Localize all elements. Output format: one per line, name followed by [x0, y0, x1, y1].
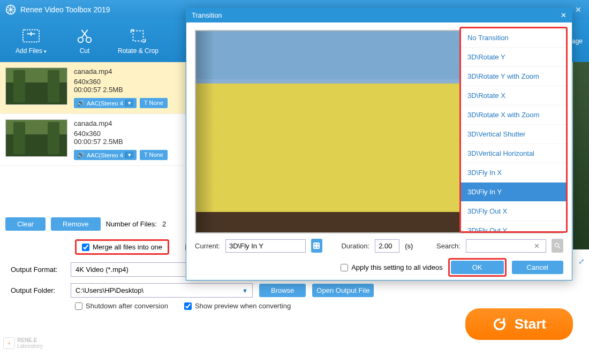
preview-checkbox[interactable] — [184, 302, 192, 310]
file-name: canada.mp4 — [74, 119, 168, 127]
chevron-down-icon: ▾ — [125, 100, 133, 107]
chevron-down-icon: ▼ — [242, 287, 248, 294]
file-meta: 00:00:57 2.5MB — [74, 86, 168, 94]
ok-button[interactable]: OK — [451, 261, 504, 274]
file-thumbnail — [5, 67, 67, 105]
transition-option[interactable]: 3D\Fly In X — [461, 163, 566, 183]
file-meta: 00:00:57 2.5MB — [74, 138, 168, 146]
output-folder-combo[interactable]: C:\Users\HP\Desktop\ ▼ — [71, 283, 253, 298]
svg-point-11 — [318, 246, 319, 248]
svg-rect-6 — [133, 31, 144, 41]
transition-option[interactable]: 3D\Rotate X with Zoom — [461, 105, 566, 125]
transition-option[interactable]: 3D\Fly Out Y — [461, 221, 566, 231]
transition-option[interactable]: 3D\Fly Out X — [461, 202, 566, 221]
refresh-icon — [492, 317, 507, 332]
speaker-icon: 🔊 — [77, 100, 85, 107]
remove-button[interactable]: Remove — [51, 217, 100, 231]
shutdown-checkbox[interactable] — [75, 302, 82, 310]
duration-unit: (s) — [405, 242, 413, 250]
svg-point-8 — [314, 244, 316, 245]
app-title: Renee Video Toolbox 2019 — [20, 5, 110, 14]
dialog-title: Transition — [192, 11, 222, 19]
file-name: canada.mp4 — [74, 67, 168, 75]
speaker-icon: 🔊 — [77, 151, 85, 158]
browse-button[interactable]: Browse — [259, 284, 306, 297]
transition-option[interactable]: 3D\Rotate Y — [461, 48, 566, 67]
transition-option[interactable]: 3D\Rotate X — [461, 86, 566, 105]
merge-checkbox[interactable] — [82, 244, 89, 251]
apply-all-label: Apply this setting to all videos — [351, 263, 443, 271]
expand-icon[interactable]: ⤢ — [578, 257, 585, 266]
app-logo-icon — [5, 4, 16, 15]
random-button[interactable] — [311, 239, 322, 253]
current-label: Current: — [195, 242, 220, 250]
watermark: + RENE.ELaboratory — [3, 337, 43, 349]
transition-list: No Transition3D\Rotate Y3D\Rotate Y with… — [459, 27, 568, 233]
start-button[interactable]: Start — [465, 308, 573, 340]
preview-label: Show preview when converting — [195, 302, 291, 310]
file-thumbnail — [5, 119, 67, 157]
transition-option[interactable]: No Transition — [461, 28, 566, 48]
transition-controls: Current: Duration: (s) Search: ✕ — [186, 233, 572, 258]
svg-point-10 — [314, 246, 316, 248]
merge-label: Merge all files into one — [93, 243, 162, 251]
open-output-button[interactable]: Open Output File — [312, 284, 374, 297]
audio-track-selector[interactable]: 🔊 AAC(Stereo 4 ▾ — [74, 98, 137, 108]
duration-input[interactable] — [375, 239, 399, 253]
chevron-down-icon: ▾ — [125, 151, 133, 158]
add-files-button[interactable]: Add Files▾ — [4, 27, 58, 55]
dialog-close-button[interactable]: ✕ — [561, 11, 567, 19]
clear-search-icon[interactable]: ✕ — [534, 242, 540, 250]
search-icon — [554, 242, 561, 249]
current-transition-input[interactable] — [225, 239, 306, 253]
search-button[interactable] — [552, 239, 563, 253]
transition-option[interactable]: 3D\Vertical Shutter — [461, 125, 566, 144]
transition-option[interactable]: 3D\Rotate Y with Zoom — [461, 67, 566, 86]
file-count: 2 — [162, 220, 166, 228]
cut-button[interactable]: Cut — [58, 27, 111, 55]
transition-dialog: Transition ✕ Current: Duration: (s) Sear… — [186, 7, 572, 280]
apply-all-checkbox[interactable] — [341, 264, 348, 271]
duration-label: Duration: — [341, 242, 369, 250]
audio-track-selector[interactable]: 🔊 AAC(Stereo 4 ▾ — [74, 150, 137, 160]
svg-line-13 — [558, 247, 561, 249]
rotate-crop-button[interactable]: Rotate & Crop — [111, 27, 165, 55]
merge-checkbox-highlight: Merge all files into one — [75, 239, 169, 255]
file-dimensions: 640x360 — [74, 78, 168, 86]
svg-point-12 — [555, 243, 558, 247]
subtitle-selector[interactable]: T None — [140, 150, 168, 160]
transition-option[interactable]: 3D\Fly In Y — [461, 183, 566, 202]
transition-option[interactable]: 3D\Vertical Horizontal — [461, 144, 566, 163]
cancel-button[interactable]: Cancel — [512, 261, 563, 274]
watermark-icon: + — [3, 337, 15, 349]
output-folder-label: Output Folder: — [11, 286, 64, 294]
dialog-titlebar: Transition ✕ — [186, 8, 572, 22]
text-icon: T — [144, 151, 148, 158]
output-format-label: Output Format: — [11, 266, 64, 274]
file-dimensions: 640x360 — [74, 130, 168, 138]
file-count-label: Number of Files: — [106, 220, 157, 228]
clear-button[interactable]: Clear — [5, 217, 46, 231]
svg-point-9 — [318, 244, 319, 245]
svg-point-5 — [86, 37, 91, 42]
svg-point-4 — [78, 37, 83, 42]
ok-button-highlight: OK — [448, 258, 507, 277]
preview-panel-edge — [573, 62, 589, 249]
subtitle-selector[interactable]: T None — [140, 98, 168, 108]
dice-icon — [312, 241, 321, 250]
search-label: Search: — [436, 242, 460, 250]
shutdown-label: Shutdown after conversion — [86, 302, 168, 310]
text-icon: T — [144, 100, 148, 106]
close-button[interactable]: ✕ — [573, 4, 584, 15]
svg-rect-7 — [313, 242, 320, 249]
